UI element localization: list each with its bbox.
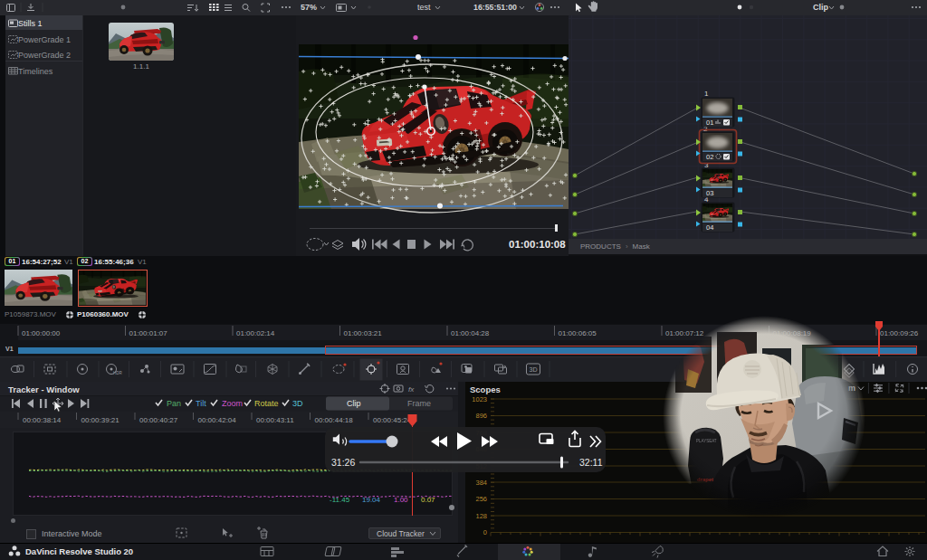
svg-text:00:00:45:24: 00:00:45:24 <box>373 416 412 424</box>
svg-text:01:00:03:21: 01:00:03:21 <box>344 329 383 337</box>
svg-text:fx: fx <box>408 385 415 394</box>
svg-text:01:00:09:26: 01:00:09:26 <box>880 329 919 337</box>
svg-text:384: 384 <box>475 479 487 487</box>
svg-text:01:00:10:08: 01:00:10:08 <box>509 239 566 250</box>
svg-text:HDR: HDR <box>113 371 122 375</box>
svg-text:00:00:42:04: 00:00:42:04 <box>198 416 237 424</box>
svg-text:3D: 3D <box>530 366 538 373</box>
svg-text:01:00:04:28: 01:00:04:28 <box>451 329 490 337</box>
svg-text:01:00:01:07: 01:00:01:07 <box>129 329 168 337</box>
svg-text:01:00:06:05: 01:00:06:05 <box>559 329 597 337</box>
svg-text:01: 01 <box>706 119 713 127</box>
svg-text:3: 3 <box>704 161 709 169</box>
svg-text:01:00:02:14: 01:00:02:14 <box>236 329 275 337</box>
svg-text:-11.45: -11.45 <box>330 496 350 504</box>
svg-text:1.00: 1.00 <box>394 496 408 504</box>
svg-text:Pan: Pan <box>167 399 181 408</box>
svg-text:128: 128 <box>475 512 487 520</box>
svg-text:00:00:44:18: 00:00:44:18 <box>315 416 354 424</box>
svg-text:04: 04 <box>706 223 713 232</box>
svg-text:0: 0 <box>483 528 487 536</box>
svg-text:0.07: 0.07 <box>421 496 435 504</box>
svg-text:19.04: 19.04 <box>362 496 381 504</box>
svg-text:Rotate: Rotate <box>254 399 279 408</box>
svg-text:3D: 3D <box>292 399 303 408</box>
svg-text:01:00:00:00: 01:00:00:00 <box>22 329 61 337</box>
svg-text:Zoom: Zoom <box>222 399 243 408</box>
svg-text:16:55:51:00: 16:55:51:00 <box>473 3 517 12</box>
svg-text:896: 896 <box>475 412 487 420</box>
svg-text:1023: 1023 <box>472 395 487 403</box>
svg-text:1: 1 <box>704 90 709 98</box>
svg-text:Tilt: Tilt <box>196 399 206 408</box>
svg-text:Clip: Clip <box>347 399 361 408</box>
svg-text:00:00:40:27: 00:00:40:27 <box>139 416 178 424</box>
svg-text:00:00:39:21: 00:00:39:21 <box>81 416 120 424</box>
svg-text:test: test <box>417 3 431 12</box>
svg-text:03: 03 <box>706 189 713 197</box>
svg-text:00:00:38:14: 00:00:38:14 <box>23 416 62 424</box>
svg-text:32:11: 32:11 <box>579 457 603 468</box>
svg-text:Clip: Clip <box>813 3 829 12</box>
svg-text:DaVinci Resolve Studio 20: DaVinci Resolve Studio 20 <box>25 546 133 556</box>
svg-text:Frame: Frame <box>407 399 431 408</box>
svg-text:02: 02 <box>706 153 713 161</box>
svg-text:256: 256 <box>475 495 487 503</box>
svg-text:57%: 57% <box>301 3 317 12</box>
svg-text:31:26: 31:26 <box>331 457 355 468</box>
svg-text:00:00:43:11: 00:00:43:11 <box>256 416 294 424</box>
